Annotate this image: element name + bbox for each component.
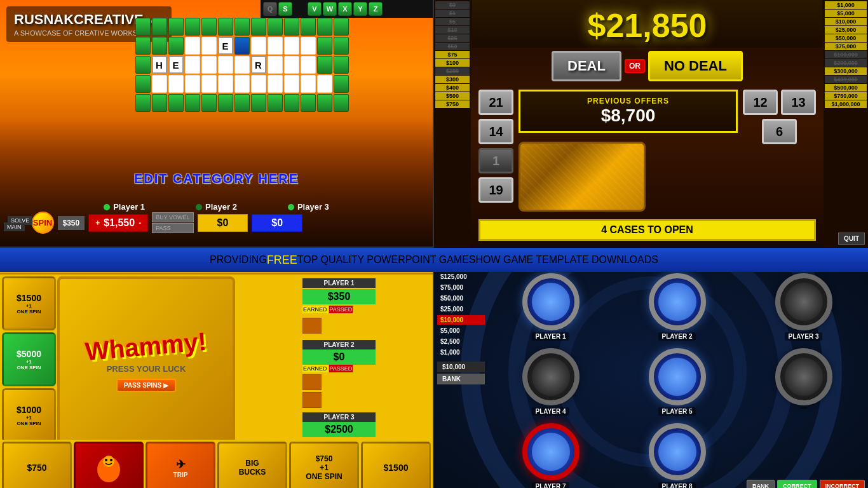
luck-cell-1500-spin[interactable]: $1500 +1ONE SPIN — [2, 276, 56, 330]
j-10k-active: $10,000 — [437, 315, 485, 325]
money-750: $750 — [435, 100, 470, 108]
press-your-luck-panel: $1500 +1ONE SPIN $750 — [0, 248, 434, 488]
player3-indicator: Player 3 — [288, 202, 329, 212]
luck-cell-1000-spin-b[interactable]: $1000 +1ONE SPIN — [2, 388, 56, 442]
deal-money-left: $0 $1 $5 $10 $25 $50 $75 $100 $200 $300 … — [434, 0, 471, 248]
player5-ring[interactable] — [649, 348, 706, 405]
wheel-of-fortune-panel: RUSNAKCREATIVE.com A SHOWCASE OF CREATIV… — [0, 0, 434, 248]
player3-score-val: $2500 — [302, 422, 376, 437]
case-14[interactable]: 14 — [478, 119, 513, 144]
no-deal-button[interactable]: NO DEAL — [648, 51, 743, 81]
case-19[interactable]: 19 — [478, 177, 513, 203]
svg-point-10 — [105, 459, 107, 461]
player1-score-val: $350 — [302, 289, 376, 304]
money-75k: $75,000 — [825, 43, 867, 50]
luck-bottom-big-bucks[interactable]: BIGBUCKS — [217, 442, 287, 488]
player3-score-header: PLAYER 3 — [302, 412, 376, 422]
player1-score-header: PLAYER 1 — [302, 278, 376, 288]
money-500: $500 — [435, 92, 470, 100]
player4-buzzer: PLAYER 4 — [491, 348, 610, 416]
press-your-luck-subtitle: PRESS YOUR LUCK — [107, 364, 186, 374]
luck-bottom-whammy — [74, 442, 144, 488]
whammy-title: Whammy! — [85, 327, 208, 366]
luck-cell-5000-spin[interactable]: $5000 +1ONE SPIN — [2, 332, 56, 386]
player5-inner — [658, 358, 696, 396]
deal-cases-area: 21 14 1 19 PREVIOUS OFFERS $8,700 — [472, 85, 822, 217]
player1-score: $1,550 — [104, 217, 135, 229]
solve-main-btns: SOLVE MAIN — [4, 215, 25, 231]
deal-or-no-deal-panel: $0 $1 $5 $10 $25 $50 $75 $100 $200 $300 … — [434, 0, 868, 248]
money-1m: $1,000,000 — [825, 100, 867, 108]
whammy-small-icon — [302, 318, 322, 334]
case-12[interactable]: 12 — [743, 90, 778, 115]
player5-buzzer-label: PLAYER 5 — [658, 407, 696, 416]
solve-label[interactable]: SOLVE — [8, 216, 32, 225]
case-21[interactable]: 21 — [478, 90, 513, 115]
spin-button[interactable]: SPIN — [32, 212, 54, 234]
banner-text-pre: PROVIDING — [210, 254, 267, 266]
luck-bottom-750-spin[interactable]: $750+1ONE SPIN — [289, 442, 359, 488]
prev-offers-amount: $8,700 — [530, 105, 726, 126]
player8-buzzer-label: PLAYER 8 — [658, 482, 696, 488]
player3-buzzer: PLAYER 3 — [744, 273, 863, 341]
luck-bottom-750[interactable]: $750 — [2, 442, 72, 488]
player8-ring[interactable] — [649, 423, 706, 480]
player8-inner — [658, 433, 696, 471]
deal-button[interactable]: DEAL — [552, 51, 621, 81]
money-1k: $1,000 — [825, 1, 867, 9]
player1-buzzer-label: PLAYER 1 — [532, 332, 570, 341]
plane-icon: ✈ — [176, 458, 186, 471]
deal-cases-left: 21 14 1 19 — [478, 90, 513, 212]
player4-ring — [522, 348, 580, 405]
money-10k: $10,000 — [825, 18, 867, 25]
money-5: $5 — [435, 18, 470, 25]
player1-buzzer[interactable]: PLAYER 1 — [491, 273, 610, 341]
alpha-q: Q — [263, 2, 277, 16]
whammy-bottom-icon — [93, 452, 125, 484]
luck-bottom-row: $750 ✈ TRIP BIGBUCKS $750+1ONE SPIN — [0, 440, 433, 488]
j-125k: $125,000 — [437, 272, 485, 281]
luck-bottom-1500[interactable]: $1500 — [361, 442, 431, 488]
wof-category[interactable]: EDIT CATEGORY HERE — [0, 172, 433, 186]
buy-vowel-button[interactable]: BUY VOWEL — [152, 212, 193, 222]
deal-money-right: $1,000 $5,000 $10,000 $25,000 $50,000 $7… — [824, 0, 868, 248]
player3-score-box: $0 — [252, 214, 302, 232]
player3-dot — [288, 204, 294, 210]
player7-ring[interactable] — [522, 423, 580, 480]
money-100: $100 — [435, 59, 470, 67]
player6-ring — [775, 348, 832, 405]
luck-bottom-trip[interactable]: ✈ TRIP — [146, 442, 215, 488]
wof-players-row: Player 1 Player 2 Player 3 — [0, 202, 433, 212]
money-100k: $100,000 — [825, 51, 867, 58]
player8-buzzer[interactable]: PLAYER 8 — [618, 423, 736, 488]
money-300k: $300,000 — [825, 67, 867, 75]
player1-ring[interactable] — [522, 273, 580, 330]
j-5k: $5,000 — [437, 326, 485, 336]
alpha-w: W — [323, 2, 337, 16]
case-6[interactable]: 6 — [762, 119, 797, 144]
money-300: $300 — [435, 76, 470, 83]
j-25k: $25,000 — [437, 304, 485, 314]
case-13[interactable]: 13 — [781, 90, 816, 115]
money-400: $400 — [435, 84, 470, 92]
player2-dot — [196, 204, 202, 210]
joker-money-column: $125,000 $75,000 $50,000 $25,000 $10,000… — [437, 272, 485, 470]
whammy-small-icon-3 — [302, 392, 322, 408]
wof-row3 — [57, 75, 426, 93]
player7-buzzer[interactable]: PLAYER 7 — [491, 423, 610, 488]
money-75: $75 — [435, 51, 470, 58]
wof-score-row: SOLVE MAIN SPIN $350 + $1,550 - BUY VOWE… — [0, 212, 433, 234]
player3-inner — [785, 283, 823, 321]
player5-buzzer[interactable]: PLAYER 5 — [618, 348, 736, 416]
money-200: $200 — [435, 67, 470, 75]
player2-ring[interactable] — [649, 273, 706, 330]
j-50k: $50,000 — [437, 294, 485, 303]
player2-buzzer[interactable]: PLAYER 2 — [618, 273, 736, 341]
pass-button[interactable]: PASS — [152, 223, 193, 233]
player3-ring — [775, 273, 832, 330]
pass-spins-button[interactable]: PASS SPINS ▶ — [116, 379, 176, 392]
quit-button[interactable]: QUIT — [838, 233, 865, 245]
player7-buzzer-label: PLAYER 7 — [532, 482, 570, 488]
j-bank-label: BANK — [437, 374, 485, 384]
alpha-x: X — [338, 2, 352, 16]
